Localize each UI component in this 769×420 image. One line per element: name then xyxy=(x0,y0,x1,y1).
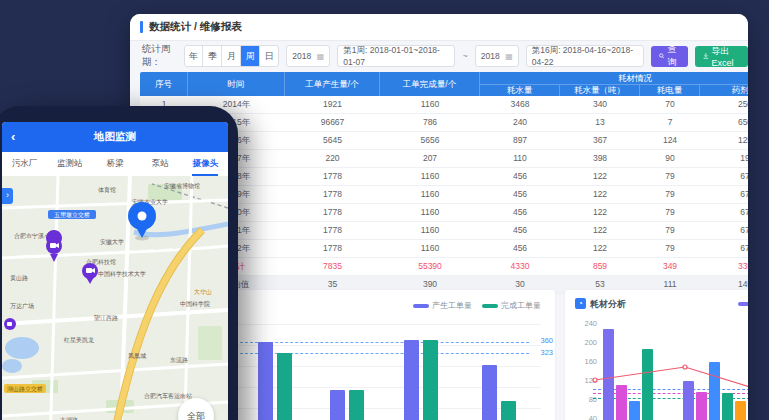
table-cell: 859 xyxy=(560,258,640,275)
col-header-water: 耗水量 xyxy=(480,84,560,96)
start-week-range[interactable]: 第1周: 2018-01-01~2018-01-07 xyxy=(337,45,455,67)
table-cell: 79 xyxy=(640,168,700,185)
map-view[interactable]: 五里墩立交桥 湖山路立交桥 体育馆 安徽省博物馆 安徽农业大学 合肥市宁溪小学 … xyxy=(2,176,228,420)
svg-text:湖山路立交桥: 湖山路立交桥 xyxy=(7,385,43,393)
breadcrumb-bar: 数据统计 / 维修报表 xyxy=(130,14,748,41)
table-cell: 456 xyxy=(480,168,560,185)
table-cell: 7835 xyxy=(285,258,380,275)
table-cell: 67 xyxy=(700,204,748,221)
period-week[interactable]: 周 xyxy=(241,46,260,66)
table-cell: 4330 xyxy=(480,258,560,275)
phone-tab-4[interactable]: 泵站 xyxy=(138,152,183,176)
calendar-icon: ▦ xyxy=(317,52,325,61)
col-header-water-ton: 耗水量（吨） xyxy=(560,84,640,96)
start-year-select[interactable]: 2018 ▦ xyxy=(286,45,330,67)
period-quarter[interactable]: 季 xyxy=(203,46,222,66)
legend-produced[interactable]: 产生工单量 xyxy=(413,300,472,311)
work-order-chart-legend: 产生工单量 完成工单量 xyxy=(413,300,541,311)
bar-completed[interactable] xyxy=(349,390,364,420)
period-year[interactable]: 年 xyxy=(185,46,204,66)
table-cell: 67 xyxy=(700,168,748,185)
table-cell: 1160 xyxy=(380,222,480,239)
col-header-group-consumables: 耗材情况 xyxy=(480,72,748,84)
camera-pin[interactable] xyxy=(4,318,16,330)
start-year-value: 2018 xyxy=(292,51,311,61)
table-cell: 70 xyxy=(640,96,700,113)
table-cell: 1160 xyxy=(380,186,480,203)
table-cell: 79 xyxy=(640,222,700,239)
end-week-range[interactable]: 第16周: 2018-04-16~2018-04-22 xyxy=(526,45,644,67)
table-cell: 1160 xyxy=(380,96,480,113)
phone-screen: ‹ 地图监测 污水厂监测站桥梁泵站摄像头 xyxy=(2,122,228,420)
table-cell: 13 xyxy=(560,114,640,131)
col-header-created: 工单产生量/个 xyxy=(285,72,380,96)
ref-line-323 xyxy=(230,353,529,354)
legend-swatch-blue xyxy=(413,304,429,308)
table-cell: 1921 xyxy=(285,96,380,113)
table-cell: 7 xyxy=(640,114,700,131)
bar-produced[interactable] xyxy=(258,342,273,420)
gridline xyxy=(230,345,541,346)
table-cell: 110 xyxy=(480,150,560,167)
table-cell: 67 xyxy=(700,186,748,203)
period-segmented-control: 年 季 月 周 日 xyxy=(184,45,280,67)
table-cell: 240 xyxy=(480,114,560,131)
bar-completed[interactable] xyxy=(423,340,438,420)
svg-text:黄山路: 黄山路 xyxy=(10,275,28,282)
bar-completed[interactable] xyxy=(501,401,516,420)
table-cell: 349 xyxy=(640,258,700,275)
road-badge-wulidun: 五里墩立交桥 xyxy=(48,210,96,219)
table-cell: 1778 xyxy=(285,168,380,185)
legend-swatch-green xyxy=(482,304,498,308)
table-cell: 220 xyxy=(285,150,380,167)
bar-produced[interactable] xyxy=(330,390,345,420)
period-day[interactable]: 日 xyxy=(260,46,278,66)
table-cell: 122 xyxy=(560,240,640,257)
table-cell: 5656 xyxy=(380,132,480,149)
expand-icon[interactable]: › xyxy=(2,188,13,204)
export-excel-button[interactable]: 导出Excel xyxy=(695,46,748,67)
road-badge-hushan: 湖山路立交桥 xyxy=(4,384,46,393)
table-cell: 79 xyxy=(640,186,700,203)
ref-label-360: 360 xyxy=(540,336,553,345)
col-header-time: 时间 xyxy=(188,72,285,96)
bar-completed[interactable] xyxy=(277,353,292,420)
svg-text:中国科学技术大学: 中国科学技术大学 xyxy=(98,270,146,278)
svg-text:中国科学院: 中国科学院 xyxy=(180,300,210,308)
table-cell: 207 xyxy=(380,150,480,167)
work-order-chart-panel: 产生工单量 完成工单量 360 323 xyxy=(202,290,555,420)
end-year-select[interactable]: 2018 ▦ xyxy=(475,45,519,67)
table-cell: 124 xyxy=(640,132,700,149)
bar-produced[interactable] xyxy=(482,365,497,420)
table-cell: 79 xyxy=(640,204,700,221)
query-button-label: 查询 xyxy=(667,43,680,69)
table-cell: 3468 xyxy=(480,96,560,113)
table-cell: 456 xyxy=(480,204,560,221)
map-canvas: 五里墩立交桥 湖山路立交桥 体育馆 安徽省博物馆 安徽农业大学 合肥市宁溪小学 … xyxy=(2,176,228,420)
breadcrumb: 数据统计 / 维修报表 xyxy=(149,20,242,34)
trend-line xyxy=(565,290,748,420)
table-cell: 335 xyxy=(700,258,748,275)
table-cell: 786 xyxy=(380,114,480,131)
table-cell: 122 xyxy=(560,186,640,203)
phone-tab-1[interactable]: 污水厂 xyxy=(2,152,47,176)
legend-completed[interactable]: 完成工单量 xyxy=(482,300,541,311)
period-month[interactable]: 月 xyxy=(222,46,241,66)
end-year-value: 2018 xyxy=(481,51,500,61)
table-cell: 67 xyxy=(700,240,748,257)
table-cell: 1160 xyxy=(380,168,480,185)
table-row[interactable]: 12014年19211160346834070250 xyxy=(140,96,748,114)
table-cell: 897 xyxy=(480,132,560,149)
table-cell: 79 xyxy=(640,240,700,257)
calendar-icon: ▦ xyxy=(505,52,513,61)
phone-tab-3[interactable]: 桥梁 xyxy=(92,152,137,176)
start-week-range-text: 第1周: 2018-01-01~2018-01-07 xyxy=(343,45,449,67)
search-icon xyxy=(659,52,665,60)
phone-tab-5[interactable]: 摄像头 xyxy=(183,152,228,176)
svg-text:安徽省博物馆: 安徽省博物馆 xyxy=(164,182,200,190)
bar-produced[interactable] xyxy=(404,340,419,420)
svg-text:凤凰城: 凤凰城 xyxy=(128,353,146,359)
query-button[interactable]: 查询 xyxy=(651,46,688,67)
svg-text:体育馆: 体育馆 xyxy=(98,186,116,194)
phone-tab-2[interactable]: 监测站 xyxy=(47,152,92,176)
